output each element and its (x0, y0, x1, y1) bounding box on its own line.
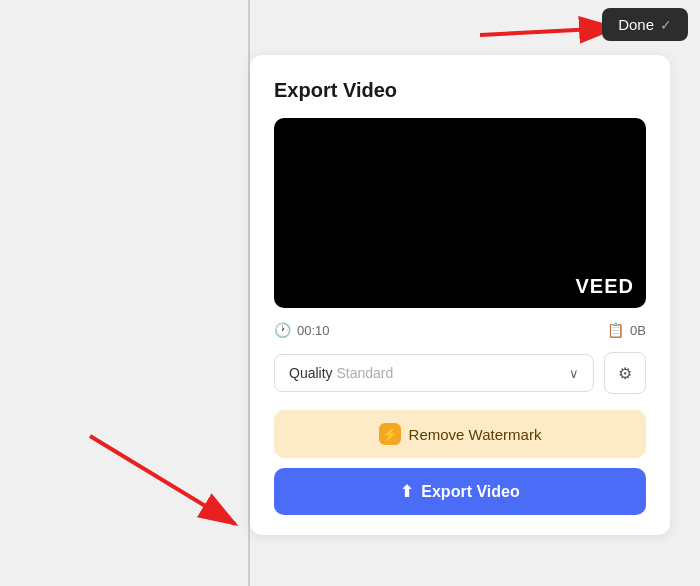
lightning-icon: ⚡ (379, 423, 401, 445)
done-check-icon: ✓ (660, 17, 672, 33)
filesize-info: 📋 0B (607, 322, 646, 338)
clock-icon: 🕐 (274, 322, 291, 338)
file-icon: 📋 (607, 322, 624, 338)
quality-row: Quality Standard ∨ ⚙ (274, 352, 646, 394)
video-preview: VEED (274, 118, 646, 308)
export-video-button[interactable]: ⬆ Export Video (274, 468, 646, 515)
remove-watermark-button[interactable]: ⚡ Remove Watermark (274, 410, 646, 458)
panel-title: Export Video (274, 79, 646, 102)
upload-icon: ⬆ (400, 482, 413, 501)
meta-row: 🕐 00:10 📋 0B (274, 322, 646, 338)
quality-label-text: Quality Standard (289, 365, 393, 381)
settings-button[interactable]: ⚙ (604, 352, 646, 394)
quality-dropdown[interactable]: Quality Standard ∨ (274, 354, 594, 392)
export-video-label: Export Video (421, 483, 519, 501)
duration-info: 🕐 00:10 (274, 322, 330, 338)
veed-watermark: VEED (576, 275, 634, 298)
filesize-value: 0B (630, 323, 646, 338)
duration-value: 00:10 (297, 323, 330, 338)
svg-line-3 (90, 436, 235, 524)
done-label: Done (618, 16, 654, 33)
remove-watermark-label: Remove Watermark (409, 426, 542, 443)
export-panel: Export Video VEED 🕐 00:10 📋 0B Quality S… (250, 55, 670, 535)
svg-line-1 (480, 28, 615, 35)
arrow-to-export (60, 416, 280, 546)
chevron-down-icon: ∨ (569, 366, 579, 381)
settings-icon: ⚙ (618, 364, 632, 383)
done-button[interactable]: Done ✓ (602, 8, 688, 41)
